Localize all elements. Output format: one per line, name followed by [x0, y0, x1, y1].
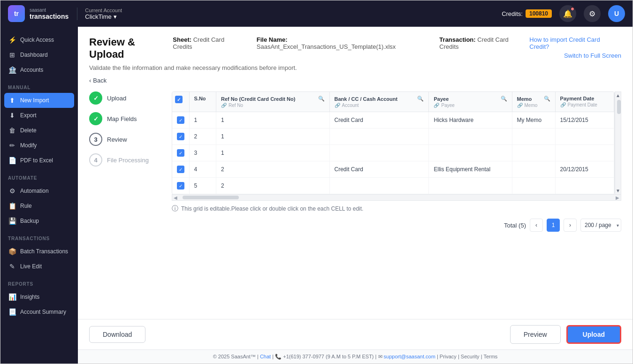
notification-bell-button[interactable]: 🔔 0 [559, 5, 576, 22]
dashboard-icon: ⊞ [8, 51, 16, 59]
info-icon: ⓘ [172, 205, 178, 213]
accounts-icon: 🏦 [8, 66, 16, 74]
row2-checkbox-cell: ✓ [172, 129, 189, 145]
row1-payee[interactable]: Hicks Hardware [429, 112, 512, 129]
page-title: Review & Upload [89, 36, 173, 61]
chevron-down-icon: ▾ [114, 13, 117, 20]
row4-bank-account[interactable]: Credit Card [329, 161, 429, 178]
footer-chat[interactable]: Chat [260, 354, 271, 359]
vertical-scrollbar[interactable]: ▲ ▼ [615, 91, 621, 195]
select-all-checkbox[interactable]: ✓ [175, 96, 183, 103]
sidebar-item-new-import[interactable]: ⬆ New Import [4, 93, 74, 108]
row4-payee[interactable]: Ellis Equipment Rental [429, 161, 512, 178]
row4-payment-date[interactable]: 20/12/2015 [555, 161, 614, 178]
row1-payment-date[interactable]: 15/12/2015 [555, 112, 614, 129]
row5-sno[interactable]: 5 [189, 178, 216, 194]
sidebar-item-export[interactable]: ⬇ Export [0, 108, 78, 123]
row3-payment-date[interactable] [555, 145, 614, 161]
page-size-select[interactable]: 200 / page 100 / page 50 / page [580, 219, 621, 232]
avatar[interactable]: U [608, 5, 625, 22]
row2-payee[interactable] [429, 129, 512, 145]
row2-bank-account[interactable] [329, 129, 429, 145]
sidebar-item-live-edit[interactable]: ✎ Live Edit [0, 259, 78, 274]
memo-search-icon[interactable]: 🔍 [544, 96, 550, 102]
row4-memo[interactable] [512, 161, 555, 178]
row5-ref-no[interactable]: 2 [216, 178, 329, 194]
sidebar-item-batch-transactions[interactable]: 📦 Batch Transactions [0, 244, 78, 259]
payee-search-icon[interactable]: 🔍 [501, 96, 507, 102]
row1-checkbox[interactable]: ✓ [177, 116, 184, 124]
bank-account-search-icon[interactable]: 🔍 [417, 96, 424, 102]
footer-security-link[interactable]: Security [461, 354, 480, 359]
footer-privacy-link[interactable]: Privacy [440, 354, 457, 359]
row2-checkbox[interactable]: ✓ [177, 133, 184, 140]
sidebar-item-modify[interactable]: ✏ Modify [0, 138, 78, 153]
pdf-to-excel-icon: 📄 [8, 157, 16, 164]
sidebar-item-accounts[interactable]: 🏦 Accounts [0, 62, 78, 77]
row1-sno[interactable]: 1 [189, 112, 216, 129]
row3-checkbox[interactable]: ✓ [177, 149, 184, 157]
pagination-prev-button[interactable]: ‹ [530, 219, 543, 232]
h-scroll-thumb[interactable] [183, 196, 239, 199]
pagination-next-button[interactable]: › [564, 219, 577, 232]
row2-payment-date[interactable] [555, 129, 614, 145]
row5-memo[interactable] [512, 178, 555, 194]
account-summary-icon: 📃 [8, 308, 16, 316]
row2-ref-no[interactable]: 1 [216, 129, 329, 145]
row5-bank-account[interactable] [329, 178, 429, 194]
upload-button[interactable]: Upload [566, 325, 621, 344]
ref-no-search-icon[interactable]: 🔍 [318, 96, 325, 102]
sidebar-item-backup[interactable]: 💾 Backup [0, 213, 78, 228]
scroll-right-arrow[interactable]: ▶ [614, 195, 621, 200]
sidebar-item-quick-access[interactable]: ⚡ Quick Access [0, 32, 78, 47]
row5-checkbox[interactable]: ✓ [177, 182, 184, 190]
row3-memo[interactable] [512, 145, 555, 161]
sidebar-item-insights[interactable]: 📊 Insights [0, 289, 78, 304]
content-inner: Review & Upload Sheet: Credit Card Credi… [78, 27, 633, 319]
scroll-up-arrow[interactable]: ▲ [616, 93, 620, 98]
switch-fullscreen-link[interactable]: Switch to Full Screen [564, 52, 621, 59]
row3-sno[interactable]: 3 [189, 145, 216, 161]
table-row: ✓ 5 2 [172, 178, 614, 194]
row4-sno[interactable]: 4 [189, 161, 216, 178]
row2-sno[interactable]: 2 [189, 129, 216, 145]
row3-ref-no[interactable]: 1 [216, 145, 329, 161]
current-account-name[interactable]: ClickTime ▾ [85, 13, 122, 20]
row2-memo[interactable] [512, 129, 555, 145]
back-link[interactable]: ‹ Back [89, 77, 621, 84]
row5-payee[interactable] [429, 178, 512, 194]
row1-memo[interactable]: My Memo [512, 112, 555, 129]
row3-payee[interactable] [429, 145, 512, 161]
sidebar-item-delete[interactable]: 🗑 Delete [0, 123, 78, 138]
sidebar-item-account-summary[interactable]: 📃 Account Summary [0, 304, 78, 319]
pagination-page-1[interactable]: 1 [547, 219, 560, 232]
scroll-down-arrow[interactable]: ▼ [616, 188, 620, 193]
how-to-import-link[interactable]: How to import Credit Card Credit? [529, 36, 621, 50]
new-import-icon: ⬆ [8, 97, 16, 104]
sidebar-item-dashboard[interactable]: ⊞ Dashboard [0, 47, 78, 62]
sidebar-item-rule[interactable]: 📋 Rule [0, 198, 78, 213]
content-area: Review & Upload Sheet: Credit Card Credi… [78, 27, 633, 364]
row1-bank-account[interactable]: Credit Card [329, 112, 429, 129]
step-circle-review: 3 [89, 133, 102, 146]
sidebar-item-automation[interactable]: ⚙ Automation [0, 183, 78, 198]
stepper: ✓ Upload ✓ Map Fields 3 Review 4 [89, 91, 164, 237]
sidebar-item-pdf-to-excel[interactable]: 📄 PDF to Excel [0, 153, 78, 168]
scroll-left-arrow[interactable]: ◀ [172, 195, 179, 200]
row4-ref-no[interactable]: 2 [216, 161, 329, 178]
scroll-thumb[interactable] [617, 100, 621, 114]
step-file-processing: 4 File Processing [89, 153, 157, 167]
row3-bank-account[interactable] [329, 145, 429, 161]
footer-terms-link[interactable]: Terms [483, 354, 497, 359]
horizontal-scrollbar[interactable]: ◀ ▶ [172, 194, 621, 201]
header-right: Credits: 100810 🔔 0 ⚙ U [502, 5, 625, 22]
row4-checkbox[interactable]: ✓ [177, 166, 184, 173]
file-name: File Name: SaasAnt_Excel_Transactions_US… [257, 36, 428, 50]
download-button[interactable]: Download [89, 326, 145, 343]
info-bar: ⓘ This grid is editable.Please click or … [172, 205, 621, 213]
row1-ref-no[interactable]: 1 [216, 112, 329, 129]
preview-button[interactable]: Preview [510, 325, 561, 344]
row5-payment-date[interactable] [555, 178, 614, 194]
settings-button[interactable]: ⚙ [584, 5, 601, 22]
footer-email-address[interactable]: support@saasant.com [384, 354, 435, 359]
